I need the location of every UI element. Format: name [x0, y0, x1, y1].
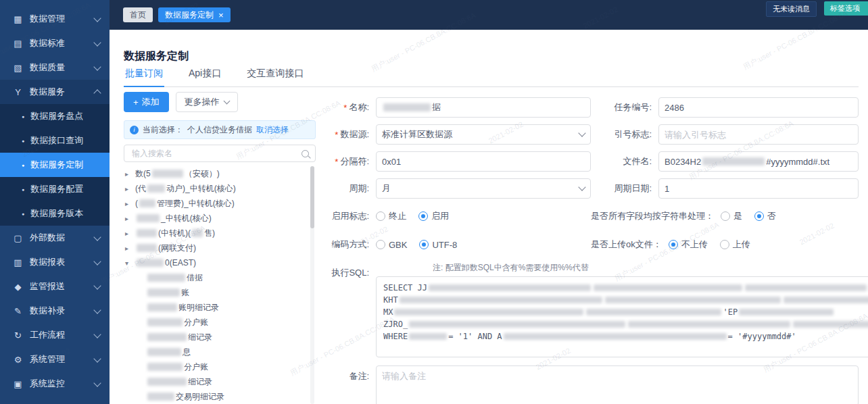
radio-option-GBK[interactable]: GBK [376, 240, 407, 250]
chevron-down-icon [93, 63, 101, 70]
redacted-text [628, 321, 790, 328]
sidebar-subitem-数据服务配置[interactable]: ●数据服务配置 [0, 177, 110, 201]
tag-options-button[interactable]: 标签选项 [824, 1, 868, 16]
radio-option-label: 不上传 [681, 238, 708, 251]
upload-ok-label: 是否上传ok文件： [591, 238, 669, 251]
system-manage-icon: ⚙ [12, 355, 24, 365]
redacted-text [783, 297, 868, 303]
sidebar-item-数据标准[interactable]: ▤数据标准 [0, 31, 110, 55]
expander-closed-icon[interactable]: ▸ [125, 200, 135, 207]
add-button-label: 添加 [142, 96, 160, 108]
sidebar-item-数据报表[interactable]: ▥数据报表 [0, 250, 110, 274]
radio-selected-icon[interactable] [754, 211, 764, 221]
sidebar-item-系统管理[interactable]: ⚙系统管理 [0, 347, 110, 372]
text-fragment: 息 [183, 347, 191, 358]
sidebar-subitem-数据服务定制[interactable]: ●数据服务定制 [0, 153, 110, 177]
tab-batch-subscribe[interactable]: 批量订阅 [124, 68, 164, 87]
sidebar-item-系统监控[interactable]: ▣系统监控 [0, 372, 110, 396]
sidebar-item-数据服务[interactable]: Y数据服务 [0, 80, 110, 104]
form-row-3: * 分隔符: 文件名: B0234H2 #yyyymmdd#.txt [265, 151, 859, 172]
sidebar-item-监管报送[interactable]: ◆监管报送 [0, 274, 110, 299]
system-monitor-icon: ▣ [12, 379, 24, 389]
sql-note: 注: 配置卸数SQL中含有%需要使用%%代替 [433, 262, 868, 274]
radio-selected-icon[interactable] [418, 211, 428, 221]
content-tabs: 批量订阅 Api接口 交互查询接口 [124, 68, 859, 87]
redacted-text [147, 274, 185, 282]
radio-option-UTF-8[interactable]: UTF-8 [419, 240, 457, 250]
radio-icon[interactable] [720, 240, 729, 249]
sidebar-subitem-数据服务盘点[interactable]: ●数据服务盘点 [0, 104, 110, 128]
breadcrumb-tabs: 首页 数据服务定制 × [123, 7, 231, 22]
required-asterisk: * [335, 130, 338, 140]
sidebar-item-数据质量[interactable]: ▧数据质量 [0, 55, 110, 80]
sidebar-subitem-数据接口查询[interactable]: ●数据接口查询 [0, 128, 110, 153]
redacted-text [793, 321, 868, 328]
nav-tab-current-label: 数据服务定制 [165, 9, 214, 21]
form-row-2: * 数据源: 标准计算区数据源 引号标志: [265, 124, 859, 145]
workflow-icon: ↻ [12, 330, 24, 340]
separator-field[interactable] [376, 151, 591, 172]
radio-icon[interactable] [721, 211, 730, 221]
nav-tab-home[interactable]: 首页 [123, 7, 153, 22]
sidebar-item-数据补录[interactable]: ✎数据补录 [0, 299, 110, 323]
form-row-4: 周期: 月 周期日期: [265, 178, 859, 199]
radio-option-label: 终止 [389, 210, 406, 222]
radio-option-否[interactable]: 否 [754, 210, 776, 222]
sidebar-item-数据管理[interactable]: ▦数据管理 [0, 7, 110, 31]
radio-icon[interactable] [376, 240, 385, 249]
expander-closed-icon[interactable]: ▸ [125, 230, 135, 237]
text-fragment: 细记录 [188, 332, 212, 343]
expander-open-icon[interactable]: ▾ [125, 259, 135, 267]
redacted-text [429, 284, 591, 291]
sidebar-item-外部数据[interactable]: ▢外部数据 [0, 226, 110, 250]
no-unread-messages-button[interactable]: 无未读消息 [766, 1, 817, 17]
nav-tab-current[interactable]: 数据服务定制 × [158, 7, 231, 22]
sidebar-subitem-数据服务版本[interactable]: ●数据服务版本 [0, 201, 110, 226]
filename-field[interactable]: B0234H2 #yyyymmdd#.txt [658, 151, 859, 172]
selection-prefix: 当前选择： [143, 124, 183, 136]
standard-icon: ▤ [12, 39, 24, 49]
sql-lines: SELECT JJ ELSEKHT GMC,MX 'EPZJRO_ 'BWHER… [383, 282, 868, 343]
datasource-label: * 数据源: [265, 128, 376, 141]
period-date-field[interactable] [658, 178, 859, 199]
radio-selected-icon[interactable] [669, 240, 678, 249]
remark-field[interactable] [376, 365, 859, 404]
radio-option-不上传[interactable]: 不上传 [669, 238, 708, 251]
radio-selected-icon[interactable] [419, 240, 429, 249]
redacted-text [394, 309, 583, 315]
radio-icon[interactable] [376, 211, 385, 221]
tab-api-interface[interactable]: Api接口 [187, 68, 222, 86]
text-fragment: 账 [181, 287, 189, 299]
bullet-icon: ● [22, 114, 24, 119]
form-row-6: 编码方式: GBKUTF-8 是否上传ok文件： 不上传上传 [265, 236, 859, 253]
task-no-field[interactable] [658, 97, 859, 118]
sql-editor[interactable]: SELECT JJ ELSEKHT GMC,MX 'EPZJRO_ 'BWHER… [376, 276, 868, 357]
period-select[interactable]: 月 [376, 178, 591, 199]
expander-closed-icon[interactable]: ▸ [125, 185, 135, 193]
radio-option-是[interactable]: 是 [721, 210, 742, 222]
chevron-down-icon [93, 379, 101, 386]
datasource-select[interactable]: 标准计算区数据源 [376, 124, 591, 145]
tab-interactive-query[interactable]: 交互查询接口 [245, 68, 305, 86]
expander-closed-icon[interactable]: ▸ [125, 170, 135, 178]
chevron-down-icon [93, 306, 101, 313]
close-icon[interactable]: × [218, 11, 224, 20]
radio-option-上传[interactable]: 上传 [720, 238, 750, 251]
text-fragment: 动户)_中转机(核心) [166, 183, 236, 195]
more-actions-button[interactable]: 更多操作 [176, 92, 238, 112]
sidebar-item-label: 系统管理 [30, 353, 95, 365]
quality-icon: ▧ [12, 63, 24, 73]
redacted-text [137, 229, 157, 237]
sidebar-item-工作流程[interactable]: ↻工作流程 [0, 323, 110, 347]
radio-option-终止[interactable]: 终止 [376, 210, 406, 222]
expander-closed-icon[interactable]: ▸ [125, 245, 135, 252]
chevron-down-icon [578, 183, 585, 191]
expander-closed-icon[interactable]: ▸ [125, 215, 135, 222]
radio-option-启用[interactable]: 启用 [418, 210, 449, 222]
redacted-text [594, 284, 742, 291]
add-button[interactable]: + 添加 [124, 92, 169, 112]
required-asterisk: * [343, 103, 347, 113]
string-handle-label: 是否所有字段均按字符串处理： [591, 210, 721, 222]
quote-flag-field[interactable] [658, 124, 859, 145]
name-field[interactable]: 据 [376, 97, 591, 118]
